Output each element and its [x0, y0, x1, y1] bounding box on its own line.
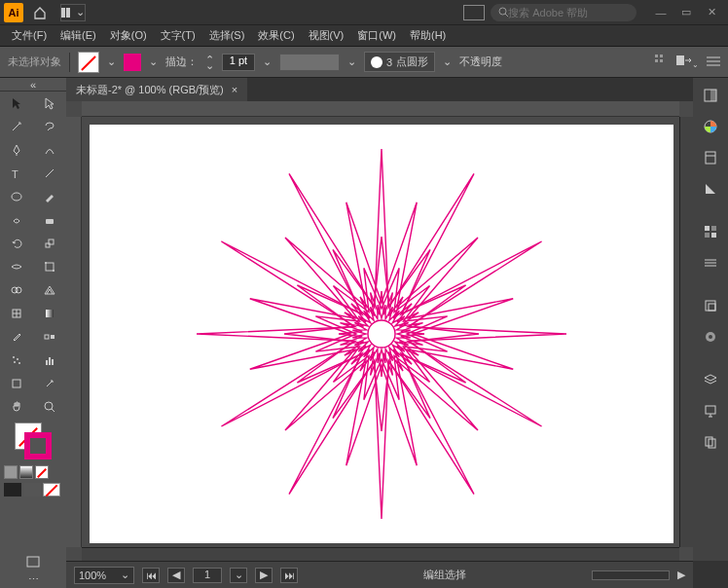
libraries-panel-icon[interactable]	[697, 144, 724, 171]
perspective-grid-tool[interactable]	[33, 278, 66, 302]
brushes-panel-icon[interactable]	[697, 249, 724, 276]
eyedropper-tool[interactable]	[0, 325, 33, 349]
menu-help[interactable]: 帮助(H)	[406, 26, 450, 45]
document-tab-close-icon[interactable]: ×	[232, 84, 237, 95]
free-transform-tool[interactable]	[33, 255, 66, 278]
artboard-tool[interactable]	[0, 372, 33, 395]
scale-tool[interactable]	[33, 232, 66, 255]
shape-builder-tool[interactable]	[0, 278, 33, 302]
mesh-tool[interactable]	[0, 302, 33, 325]
prev-artboard-button[interactable]: ◀	[167, 568, 185, 583]
variable-width-profile[interactable]	[279, 54, 340, 71]
symbols-panel-icon[interactable]	[697, 292, 724, 319]
artboard-number-input[interactable]: 1	[193, 568, 222, 583]
none-mode-icon[interactable]	[35, 465, 49, 479]
share-icon[interactable]	[463, 5, 485, 20]
home-icon[interactable]	[31, 4, 49, 21]
draw-behind-icon[interactable]	[23, 483, 41, 496]
zoom-select[interactable]: 100%⌄	[74, 567, 134, 584]
menu-window[interactable]: 窗口(W)	[353, 26, 400, 45]
hand-tool[interactable]	[0, 395, 33, 419]
scroll-right-icon[interactable]: ▶	[677, 569, 685, 581]
zoom-tool[interactable]	[33, 395, 66, 419]
workspace-switcher[interactable]: ⌄	[60, 4, 86, 21]
properties-panel-icon[interactable]	[697, 82, 724, 109]
slice-tool[interactable]	[33, 372, 66, 395]
opacity-label[interactable]: 不透明度	[459, 55, 502, 69]
shaper-tool[interactable]	[0, 208, 33, 232]
canvas[interactable]	[66, 101, 693, 561]
search-input[interactable]	[508, 7, 629, 18]
gradient-tool[interactable]	[33, 302, 66, 325]
artboards-panel-icon[interactable]	[697, 428, 724, 456]
menu-effect[interactable]: 效果(C)	[254, 26, 298, 45]
color-panel-icon[interactable]	[697, 113, 724, 140]
paintbrush-tool[interactable]	[33, 185, 66, 208]
stroke-dropdown-icon[interactable]: ⌄	[149, 55, 158, 68]
gradient-mode-icon[interactable]	[19, 465, 33, 479]
blend-tool[interactable]	[33, 325, 66, 349]
profile-dropdown-icon[interactable]: ⌄	[347, 55, 356, 68]
panel-menu-icon[interactable]	[707, 56, 720, 68]
next-artboard-button[interactable]: ▶	[255, 568, 273, 583]
column-graph-tool[interactable]	[33, 349, 66, 372]
menu-object[interactable]: 对象(O)	[106, 26, 151, 45]
transform-panel-icon[interactable]: ⌄	[676, 55, 699, 69]
lasso-tool[interactable]	[33, 115, 66, 138]
edit-toolbar-icon[interactable]: ⋯	[0, 571, 66, 588]
selection-tool[interactable]	[0, 92, 33, 115]
artboard-dropdown-icon[interactable]: ⌄	[230, 568, 247, 583]
fill-dropdown-icon[interactable]: ⌄	[107, 55, 116, 68]
menu-type[interactable]: 文字(T)	[157, 26, 200, 45]
asset-export-panel-icon[interactable]	[697, 397, 724, 424]
scrollbar-thumb[interactable]	[592, 570, 670, 580]
last-artboard-button[interactable]: ⏭	[280, 568, 298, 583]
align-panel-icon[interactable]	[655, 55, 669, 70]
eraser-tool[interactable]	[33, 208, 66, 232]
brush-dropdown-icon[interactable]: ⌄	[443, 55, 452, 68]
window-minimize-button[interactable]: —	[648, 4, 673, 21]
pen-tool[interactable]	[0, 138, 33, 162]
symbol-sprayer-tool[interactable]	[0, 349, 33, 372]
document-tab-title[interactable]: 未标题-2* @ 100% (RGB/预览)	[76, 83, 224, 97]
width-tool[interactable]	[0, 255, 33, 278]
type-tool[interactable]: T	[0, 162, 33, 185]
rotate-tool[interactable]	[0, 232, 33, 255]
stroke-stepper-icon[interactable]: ⌃⌄	[205, 56, 214, 68]
color-guide-panel-icon[interactable]	[697, 175, 724, 202]
stroke-weight-dropdown-icon[interactable]: ⌄	[263, 55, 272, 68]
scrollbar-horizontal[interactable]	[82, 547, 679, 561]
rectangle-tool[interactable]	[0, 185, 33, 208]
window-restore-button[interactable]: ▭	[673, 4, 699, 21]
ruler-horizontal[interactable]	[82, 101, 679, 117]
magic-wand-tool[interactable]	[0, 115, 33, 138]
curvature-tool[interactable]	[33, 138, 66, 162]
tools-collapse-icon[interactable]: «	[0, 78, 66, 92]
first-artboard-button[interactable]: ⏮	[142, 568, 160, 583]
artwork-star-pattern[interactable]	[177, 129, 586, 538]
color-mode-icon[interactable]	[4, 465, 18, 479]
stroke-color-icon[interactable]	[24, 432, 52, 459]
fill-swatch[interactable]	[78, 52, 99, 73]
screen-mode-icon[interactable]	[0, 554, 66, 571]
svg-rect-34	[49, 357, 51, 365]
ruler-vertical[interactable]	[66, 117, 82, 547]
stroke-panel-icon[interactable]	[697, 323, 724, 350]
draw-inside-icon[interactable]	[43, 483, 60, 496]
draw-normal-icon[interactable]	[4, 483, 21, 496]
layers-panel-icon[interactable]	[697, 366, 724, 393]
window-close-button[interactable]: ✕	[699, 4, 724, 21]
menu-view[interactable]: 视图(V)	[305, 26, 348, 45]
stroke-weight-input[interactable]: 1 pt	[222, 54, 255, 71]
menu-select[interactable]: 选择(S)	[205, 26, 249, 45]
menu-edit[interactable]: 编辑(E)	[56, 26, 100, 45]
stroke-swatch[interactable]	[124, 54, 141, 71]
swatches-panel-icon[interactable]	[697, 218, 724, 245]
artboard[interactable]	[90, 125, 673, 543]
search-box[interactable]	[491, 4, 637, 21]
scrollbar-vertical[interactable]	[679, 117, 693, 547]
fill-stroke-control[interactable]	[0, 419, 66, 463]
line-segment-tool[interactable]	[33, 162, 66, 185]
direct-selection-tool[interactable]	[33, 92, 66, 115]
menu-file[interactable]: 文件(F)	[8, 26, 51, 45]
